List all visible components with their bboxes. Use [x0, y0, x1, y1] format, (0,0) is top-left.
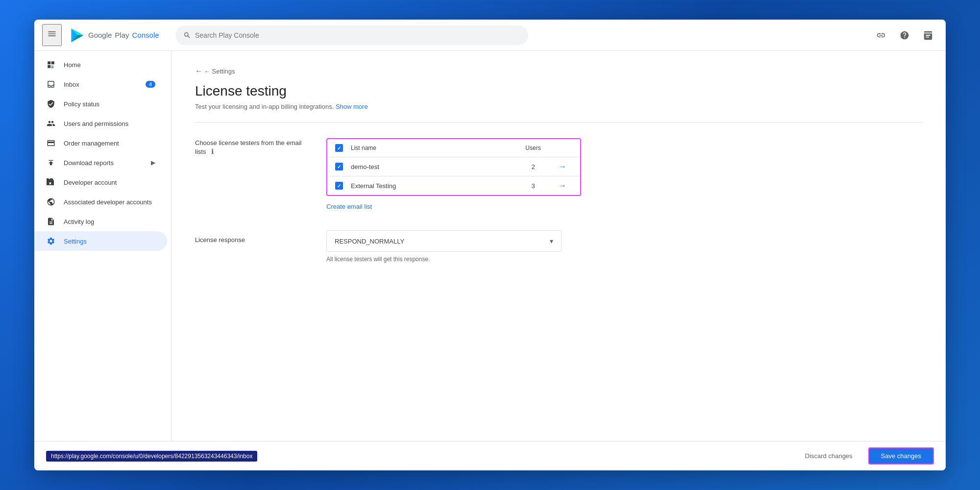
page-subtitle: Test your licensing and in-app billing i…	[195, 103, 922, 110]
email-list-content: List name Users demo-test 2	[326, 138, 922, 211]
sidebar: Home Inbox 4 Policy status	[34, 51, 172, 441]
help-icon-button[interactable]	[895, 25, 914, 45]
sidebar-item-reports[interactable]: Download reports ▶	[34, 153, 167, 172]
row2-checkbox[interactable]	[335, 182, 343, 190]
email-list-form-section: Choose license testers from the email li…	[195, 138, 922, 211]
orders-icon	[46, 138, 56, 148]
header-list-name: List name	[351, 145, 514, 151]
table-row: External Testing 3 →	[327, 176, 580, 195]
profile-icon-button[interactable]	[918, 25, 938, 45]
inbox-icon	[46, 79, 56, 89]
search-input[interactable]	[195, 31, 520, 39]
logo-console-text: Console	[132, 31, 159, 39]
header-checkbox-col	[335, 144, 351, 152]
license-response-label: License response	[195, 230, 303, 244]
discard-changes-button[interactable]: Discard changes	[797, 448, 860, 464]
inbox-badge: 4	[146, 81, 155, 88]
dropdown-value: RESPOND_NORMALLY	[335, 238, 404, 245]
email-list-label-col: Choose license testers from the email li…	[195, 138, 303, 211]
header-actions	[871, 25, 938, 45]
logo-play-text: Play	[115, 31, 129, 39]
sidebar-label-inbox: Inbox	[64, 81, 79, 88]
license-response-dropdown[interactable]: RESPOND_NORMALLY ▾	[326, 230, 562, 252]
sidebar-label-reports: Download reports	[64, 159, 114, 167]
back-arrow-icon[interactable]: ←	[195, 67, 203, 75]
breadcrumb: ← ← Settings	[195, 67, 922, 75]
main-content: ← ← Settings License testing Test your l…	[172, 51, 946, 441]
search-icon	[183, 31, 191, 39]
email-list-table: List name Users demo-test 2	[326, 138, 581, 196]
email-list-help-icon[interactable]: ℹ	[211, 147, 214, 155]
sidebar-item-inbox[interactable]: Inbox 4	[34, 74, 167, 94]
activity-icon	[46, 217, 56, 226]
app-body: Home Inbox 4 Policy status	[34, 51, 946, 441]
row2-users: 3	[514, 182, 553, 190]
app-header: Google Play Console	[34, 20, 946, 51]
sidebar-item-policy[interactable]: Policy status	[34, 94, 167, 114]
download-icon	[46, 158, 56, 168]
row1-users: 2	[514, 163, 553, 171]
policy-icon	[46, 99, 56, 109]
footer-url: https://play.google.com/console/u/0/deve…	[46, 451, 257, 462]
sidebar-item-home[interactable]: Home	[34, 55, 167, 74]
home-icon	[46, 60, 56, 70]
logo-area: Google Play Console	[70, 27, 168, 43]
dropdown-chevron-icon: ▾	[550, 237, 553, 245]
developer-icon	[46, 177, 56, 187]
sidebar-item-developer[interactable]: Developer account	[34, 172, 167, 192]
row2-list-name: External Testing	[351, 182, 514, 190]
row1-arrow-icon[interactable]: →	[559, 162, 566, 171]
table-row: demo-test 2 →	[327, 157, 580, 176]
license-response-section: License response RESPOND_NORMALLY ▾ All …	[195, 230, 922, 263]
sidebar-label-home: Home	[64, 61, 81, 69]
row2-arrow-icon[interactable]: →	[559, 181, 566, 190]
create-email-list-link[interactable]: Create email list	[326, 203, 372, 210]
save-changes-button[interactable]: Save changes	[868, 447, 934, 465]
sidebar-label-users: Users and permissions	[64, 120, 128, 127]
row2-action[interactable]: →	[553, 181, 572, 190]
row2-checkbox-col	[335, 182, 351, 190]
sidebar-item-orders[interactable]: Order management	[34, 133, 167, 153]
sidebar-label-associated: Associated developer accounts	[64, 198, 152, 206]
associated-icon	[46, 197, 56, 207]
table-header-row: List name Users	[327, 139, 580, 157]
sidebar-label-policy: Policy status	[64, 100, 99, 108]
sidebar-label-orders: Order management	[64, 140, 119, 147]
row1-list-name: demo-test	[351, 163, 514, 171]
expand-reports-icon: ▶	[151, 159, 155, 166]
row1-checkbox-col	[335, 163, 351, 171]
page-subtitle-text: Test your licensing and in-app billing i…	[195, 103, 334, 110]
license-content: RESPOND_NORMALLY ▾ All license testers w…	[326, 230, 922, 263]
select-all-checkbox[interactable]	[335, 144, 343, 152]
app-footer: https://play.google.com/console/u/0/deve…	[34, 441, 946, 470]
app-window: Google Play Console	[34, 20, 946, 470]
play-logo-icon	[70, 27, 85, 43]
sidebar-label-developer: Developer account	[64, 179, 117, 186]
sidebar-label-activity: Activity log	[64, 218, 94, 225]
sidebar-item-activity[interactable]: Activity log	[34, 212, 167, 231]
section-divider	[195, 122, 922, 122]
settings-icon	[46, 236, 56, 246]
row1-checkbox[interactable]	[335, 163, 343, 171]
menu-icon[interactable]	[42, 24, 62, 46]
breadcrumb-settings[interactable]: ← Settings	[204, 68, 235, 75]
sidebar-item-associated[interactable]: Associated developer accounts	[34, 192, 167, 212]
page-title: License testing	[195, 83, 922, 99]
sidebar-item-users[interactable]: Users and permissions	[34, 114, 167, 133]
users-icon	[46, 119, 56, 128]
search-bar[interactable]	[175, 25, 528, 45]
sidebar-item-settings[interactable]: Settings	[34, 231, 167, 251]
show-more-link[interactable]: Show more	[336, 103, 368, 110]
sidebar-label-settings: Settings	[64, 238, 87, 245]
header-users: Users	[514, 145, 553, 151]
row1-action[interactable]: →	[553, 162, 572, 171]
license-note: All license testers will get this respon…	[326, 256, 922, 263]
logo-google-text: Google	[88, 31, 112, 39]
footer-actions: Discard changes Save changes	[797, 447, 934, 465]
link-icon-button[interactable]	[871, 25, 891, 45]
